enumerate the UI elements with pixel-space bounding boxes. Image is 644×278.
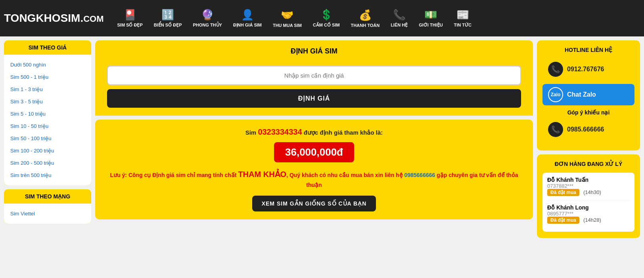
nav-icon-gioi-thieu: 💵 [424, 9, 437, 21]
main-layout: SIM THEO GIÁ Dưới 500 nghìnSim 500 - 1 t… [0, 36, 644, 246]
sim-gia-item[interactable]: Sim 100 - 200 triệu [4, 145, 91, 157]
result-suffix: được định giá tham khảo là: [302, 129, 383, 136]
result-note: Lưu ý: Công cụ Định giá sim chỉ mang tín… [107, 168, 521, 189]
nav-icon-sim-so-dep: 🎴 [124, 9, 136, 21]
sim-theo-mang-title: SIM THEO MẠNG [4, 189, 91, 204]
nav-item-thu-mua-sim[interactable]: 🤝THU MUA SIM [267, 9, 307, 28]
main-nav: 🎴SIM SỐ ĐẸP🔢BIỂN SỐ ĐẸP🔮PHONG THỦY👤ĐỊNH … [112, 9, 640, 28]
sim-gia-item[interactable]: Sim 200 - 500 triệu [4, 157, 91, 169]
nav-label-tin-tuc: TIN TỨC [454, 23, 472, 28]
nav-label-dinh-gia-sim: ĐỊNH GIÁ SIM [233, 23, 262, 28]
zalo-icon: Zalo [548, 87, 563, 102]
nav-item-phong-thuy[interactable]: 🔮PHONG THỦY [187, 9, 227, 28]
order-name: Đỗ Khánh Tuấn [547, 177, 630, 183]
result-note-highlight: THAM KHẢO [238, 170, 286, 179]
sim-theo-gia-title: SIM THEO GIÁ [4, 40, 91, 55]
logo-text: TONGKHOSIM [4, 12, 80, 24]
nav-label-thanh-toan: THANH TOÁN [351, 23, 380, 28]
sim-gia-item[interactable]: Dưới 500 nghìn [4, 59, 91, 71]
nav-label-phong-thuy: PHONG THỦY [193, 23, 222, 28]
hotline-1-btn[interactable]: 📞 0912.767676 [542, 59, 634, 80]
result-note-1: Lưu ý: Công cụ Định giá sim chỉ mang tín… [110, 172, 238, 178]
nav-icon-phong-thuy: 🔮 [201, 9, 214, 21]
main-content: ĐỊNH GIÁ SIM ĐỊNH GIÁ Sim 0323334334 đượ… [95, 40, 533, 242]
logo-com: COM [83, 14, 104, 24]
hotline-card: HOTLINE LIÊN HỆ 📞 0912.767676 Zalo Chat … [537, 40, 640, 150]
sim-theo-mang-list: Sim Viettel [4, 204, 91, 224]
sim-gia-item[interactable]: Sim 5 - 10 triệu [4, 108, 91, 120]
hotline-2-btn[interactable]: 📞 0985.666666 [542, 119, 634, 140]
result-price-wrapper: 36,000,000đ [107, 142, 521, 168]
sidebar-left: SIM THEO GIÁ Dưới 500 nghìnSim 500 - 1 t… [4, 40, 91, 242]
nav-icon-thanh-toan: 💰 [359, 9, 372, 21]
nav-label-cam-co-sim: CẦM CỐ SIM [313, 23, 340, 28]
xem-sim-button[interactable]: XEM SIM GẦN GIỐNG SỐ CỦA BẠN [252, 196, 376, 211]
sim-theo-gia-list: Dưới 500 nghìnSim 500 - 1 triệuSim 1 - 3… [4, 55, 91, 185]
sim-gia-item[interactable]: Sim 500 - 1 triệu [4, 71, 91, 83]
nav-label-lien-he: LIÊN HỆ [391, 23, 408, 28]
nav-item-thanh-toan[interactable]: 💰THANH TOÁN [345, 9, 385, 28]
result-prefix: Sim [245, 129, 258, 136]
order-phone: 0895777*** [547, 211, 630, 217]
order-status: Đã đặt mua [547, 217, 579, 224]
sidebar-right: HOTLINE LIÊN HỆ 📞 0912.767676 Zalo Chat … [537, 40, 640, 242]
order-status: Đã đặt mua [547, 189, 579, 196]
nav-icon-thu-mua-sim: 🤝 [281, 9, 293, 21]
sim-gia-item[interactable]: Sim 50 - 100 triệu [4, 132, 91, 145]
nav-item-sim-so-dep[interactable]: 🎴SIM SỐ ĐẸP [112, 9, 148, 28]
donhang-card: ĐƠN HÀNG ĐANG XỬ LÝ Đỗ Khánh Tuấn 073788… [537, 154, 640, 238]
nav-label-thu-mua-sim: THU MUA SIM [273, 23, 302, 28]
sim-gia-item[interactable]: Sim 1 - 3 triệu [4, 83, 91, 95]
nav-icon-cam-co-sim: 💲 [320, 9, 333, 21]
hotline-1-number: 0912.767676 [567, 66, 604, 73]
nav-item-gioi-thieu[interactable]: 💵GIỚI THIỆU [413, 9, 448, 28]
gop-y-label: Góp ý khiếu nại [542, 109, 634, 116]
nav-item-cam-co-sim[interactable]: 💲CẦM CỐ SIM [307, 9, 345, 28]
sim-theo-mang-card: SIM THEO MẠNG Sim Viettel [4, 189, 91, 224]
donhang-title: ĐƠN HÀNG ĐANG XỬ LÝ [542, 161, 634, 167]
nav-label-gioi-thieu: GIỚI THIỆU [419, 23, 443, 28]
result-note-2: , Quý khách có nhu cầu mua bán xin liên … [286, 172, 404, 178]
dinh-gia-form: ĐỊNH GIÁ [95, 62, 533, 116]
nav-item-lien-he[interactable]: 📞LIÊN HỆ [385, 9, 413, 28]
dinh-gia-card: ĐỊNH GIÁ SIM ĐỊNH GIÁ [95, 40, 533, 116]
result-note-phone: 0985666666 [404, 172, 435, 178]
nav-item-bien-so-dep[interactable]: 🔢BIỂN SỐ ĐẸP [148, 9, 188, 28]
nav-label-sim-so-dep: SIM SỐ ĐẸP [117, 23, 143, 28]
result-price: 36,000,000đ [274, 142, 354, 162]
result-card: Sim 0323334334 được định giá tham khảo l… [95, 120, 533, 219]
nav-item-tin-tuc[interactable]: 📰TIN TỨC [448, 9, 477, 28]
zalo-btn[interactable]: Zalo Chat Zalo [542, 84, 634, 105]
nav-icon-tin-tuc: 📰 [456, 9, 469, 21]
logo[interactable]: TONGKHOSIM.COM [4, 12, 104, 25]
order-name: Đỗ Khánh Long [547, 204, 630, 211]
sim-mang-item[interactable]: Sim Viettel [4, 208, 91, 220]
result-sim-number: 0323334334 [258, 128, 302, 136]
logo-dot: . [80, 12, 83, 24]
sim-gia-item[interactable]: Sim 3 - 5 triệu [4, 95, 91, 108]
nav-label-bien-so-dep: BIỂN SỐ ĐẸP [154, 23, 182, 28]
hotline-title: HOTLINE LIÊN HỆ [542, 47, 634, 53]
result-similar-wrapper: XEM SIM GẦN GIỐNG SỐ CỦA BẠN [107, 189, 521, 211]
hotline-2-number: 0985.666666 [567, 126, 604, 133]
order-time: (14h30) [583, 189, 601, 195]
dinh-gia-button[interactable]: ĐỊNH GIÁ [107, 89, 521, 108]
order-item: Đỗ Khánh Tuấn 0737882*** Đã đặt mua (14h… [547, 177, 630, 200]
sim-theo-gia-card: SIM THEO GIÁ Dưới 500 nghìnSim 500 - 1 t… [4, 40, 91, 185]
order-phone: 0737882*** [547, 183, 630, 189]
dinh-gia-title: ĐỊNH GIÁ SIM [95, 40, 533, 62]
nav-item-dinh-gia-sim[interactable]: 👤ĐỊNH GIÁ SIM [228, 9, 267, 28]
order-time: (14h28) [583, 217, 601, 223]
phone-icon-1: 📞 [548, 62, 563, 77]
zalo-label: Chat Zalo [567, 91, 596, 98]
orders-list: Đỗ Khánh Tuấn 0737882*** Đã đặt mua (14h… [542, 173, 634, 232]
result-text: Sim 0323334334 được định giá tham khảo l… [107, 128, 521, 137]
header: TONGKHOSIM.COM 🎴SIM SỐ ĐẸP🔢BIỂN SỐ ĐẸP🔮P… [0, 0, 644, 36]
nav-icon-dinh-gia-sim: 👤 [241, 9, 254, 21]
sim-input[interactable] [107, 66, 521, 85]
sim-gia-item[interactable]: Sim trên 500 triệu [4, 169, 91, 181]
nav-icon-lien-he: 📞 [393, 9, 406, 21]
phone-icon-2: 📞 [548, 122, 563, 137]
order-item: Đỗ Khánh Long 0895777*** Đã đặt mua (14h… [547, 204, 630, 224]
sim-gia-item[interactable]: Sim 10 - 50 triệu [4, 120, 91, 132]
